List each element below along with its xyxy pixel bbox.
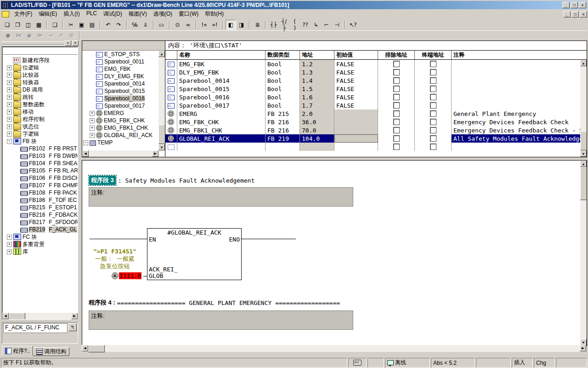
table-row[interactable]: DLY_EMG_FBK Bool 1.3 FALSE <box>165 68 587 76</box>
empty-box-icon[interactable]: ?? <box>300 20 311 30</box>
expander-icon[interactable]: + <box>7 249 12 254</box>
catalog-item[interactable]: FB103 F FB DWBN <box>2 152 78 160</box>
interface-item[interactable]: + EMG_FBK_CHK <box>82 117 165 124</box>
fb-call-block[interactable]: #GLOBAL_REI_ACK EN ENO ACK_REI_ GLOB <box>147 228 242 280</box>
scroll-right-icon[interactable]: ▶ <box>152 150 158 157</box>
contact-no-icon[interactable]: ┤├ <box>268 20 279 30</box>
restore-button[interactable]: ❐ <box>571 2 578 8</box>
interface-item[interactable]: + EMERG <box>82 109 165 117</box>
catalog-item[interactable]: + 整数函数 <box>2 101 78 108</box>
table-row[interactable]: Sparebool_0017 Bool 1.7 FALSE <box>165 101 587 109</box>
catalog-item[interactable]: FB215 F_ESTOP1 <box>2 204 78 211</box>
terminal-address-checkbox[interactable] <box>430 110 436 117</box>
scroll-up-icon[interactable]: ▲ <box>580 161 587 167</box>
new-network-icon[interactable]: ≣ <box>252 20 263 30</box>
monitor-glasses-icon[interactable]: ∞ <box>183 20 193 30</box>
catalog-item[interactable]: + DB 调用 <box>2 86 78 93</box>
expander-icon[interactable]: + <box>7 95 12 100</box>
new-document-icon[interactable]: ❏ <box>2 20 12 30</box>
network-4-comment-box[interactable]: 注释: <box>89 310 353 330</box>
exclude-address-checkbox[interactable] <box>393 144 400 150</box>
help-select-icon[interactable]: ↖? <box>348 20 358 30</box>
scroll-down-icon[interactable]: ▼ <box>158 144 165 150</box>
scroll-thumb[interactable] <box>88 345 105 352</box>
scroll-right-icon[interactable]: ▶ <box>580 345 586 351</box>
scroll-up-icon[interactable]: ▲ <box>158 51 165 57</box>
scroll-left-icon[interactable]: ◀ <box>82 345 88 351</box>
interface-item[interactable]: Sparebool_0017 <box>82 102 165 109</box>
minimize-button[interactable]: _ <box>562 2 570 8</box>
catalog-item[interactable]: FB102 F FB PRST A <box>2 145 78 152</box>
next-error-icon[interactable]: »! <box>209 20 220 30</box>
copy-icon[interactable]: ▣ <box>76 20 87 30</box>
child-restore-button[interactable]: ❐ <box>571 11 579 17</box>
column-header[interactable]: 名称 <box>177 51 266 59</box>
table-row[interactable]: Sparebool_0015 Bool 1.5 FALSE <box>165 85 587 93</box>
network-3-header[interactable]: 程序段 3 : Safety Modules Fault Acknowledge… <box>89 175 254 185</box>
cut-icon[interactable]: ✂ <box>66 20 76 30</box>
table-row[interactable]: EMERG FB 215 2.0 General Plant Emergency <box>165 109 587 118</box>
operand-address[interactable]: I111.0 <box>119 272 141 279</box>
column-header[interactable]: 数据类型 <box>266 51 300 59</box>
interface-item[interactable]: + EMG_FBK1_CHK <box>82 124 165 132</box>
expander-icon[interactable]: + <box>7 73 12 78</box>
open-branch-icon[interactable]: ↳ <box>311 20 321 30</box>
catalog-item[interactable]: FB217 F_SFDOOR <box>2 218 78 226</box>
expander-icon[interactable]: + <box>7 235 12 240</box>
goto-address-icon[interactable]: ℅ <box>130 20 140 30</box>
previous-error-icon[interactable]: !« <box>199 20 209 30</box>
terminal-address-checkbox[interactable] <box>430 69 436 75</box>
interface-item[interactable]: EMG_FBK <box>82 65 165 73</box>
menu-item[interactable]: 插入(I) <box>60 9 83 19</box>
expander-icon[interactable]: − <box>83 140 88 145</box>
exclude-address-checkbox[interactable] <box>393 94 400 100</box>
catalog-item[interactable]: FB108 F FB PACK A <box>2 189 78 196</box>
expander-icon[interactable]: + <box>7 132 12 137</box>
expander-icon[interactable]: − <box>7 139 12 144</box>
terminal-address-checkbox[interactable] <box>430 144 436 150</box>
scroll-up-icon[interactable]: ▲ <box>580 60 587 66</box>
symbol-info-icon[interactable]: ⊙ <box>172 20 183 30</box>
rung-up-icon[interactable]: ⌐ <box>321 20 332 30</box>
terminal-address-checkbox[interactable] <box>430 119 436 125</box>
catalog-item[interactable]: + 字逻辑 <box>2 130 78 138</box>
column-header[interactable]: 终端地址 <box>415 51 452 59</box>
terminal-address-checkbox[interactable] <box>430 127 436 133</box>
terminal-address-checkbox[interactable] <box>430 77 436 84</box>
terminal-address-checkbox[interactable] <box>430 135 436 142</box>
expander-icon[interactable]: + <box>7 242 12 247</box>
paste-icon[interactable]: ▤ <box>87 20 97 30</box>
catalog-item[interactable]: + 库 <box>2 248 78 255</box>
expander-icon[interactable]: + <box>7 124 12 129</box>
catalog-item[interactable]: FB105 F FB RL ARE <box>2 167 78 174</box>
close-button[interactable]: × <box>579 2 586 8</box>
catalog-item[interactable]: FB106 F FB DISCH <box>2 174 78 182</box>
scroll-left-icon[interactable]: ◀ <box>2 313 9 319</box>
menu-item[interactable]: PLC <box>83 9 100 19</box>
panel-tab[interactable]: 调用结构 <box>33 347 69 356</box>
expander-icon[interactable]: + <box>7 117 12 122</box>
column-header[interactable]: 地址 <box>300 51 334 59</box>
contact-nc-icon[interactable]: ┤/├ <box>279 20 289 30</box>
interface-item[interactable]: DLY_EMG_FBK <box>82 73 165 80</box>
scroll-thumb[interactable] <box>580 167 587 200</box>
panel-gripper[interactable]: ▾ × <box>1 40 79 46</box>
exclude-address-checkbox[interactable] <box>393 77 400 84</box>
table-row[interactable]: Sparebool_0016 Bool 1.6 FALSE <box>165 93 587 101</box>
expander-icon[interactable]: + <box>90 133 95 138</box>
terminal-address-checkbox[interactable] <box>430 94 436 100</box>
menu-item[interactable]: 文件(F) <box>11 9 35 19</box>
menu-item[interactable]: 窗口(W) <box>175 9 202 19</box>
detail-view-icon[interactable]: ◨ <box>236 20 247 30</box>
expander-icon[interactable]: + <box>90 126 95 131</box>
save-icon[interactable]: ▦ <box>34 20 44 30</box>
exclude-address-checkbox[interactable] <box>393 102 400 109</box>
scroll-thumb[interactable] <box>580 131 587 150</box>
save-all-icon[interactable]: ◫ <box>23 20 34 30</box>
catalog-item[interactable]: − FB 块 <box>2 138 78 145</box>
expander-icon[interactable]: + <box>90 118 95 123</box>
interface-item[interactable]: E_STOP_STS <box>82 51 165 58</box>
interface-item[interactable]: + GLOBAL_REI_ACK <box>82 132 165 139</box>
network-4-header[interactable]: 程序段 4 : =================== GENERAL PLAN… <box>89 299 340 307</box>
panel-tab[interactable]: 程序?.. <box>2 346 33 356</box>
